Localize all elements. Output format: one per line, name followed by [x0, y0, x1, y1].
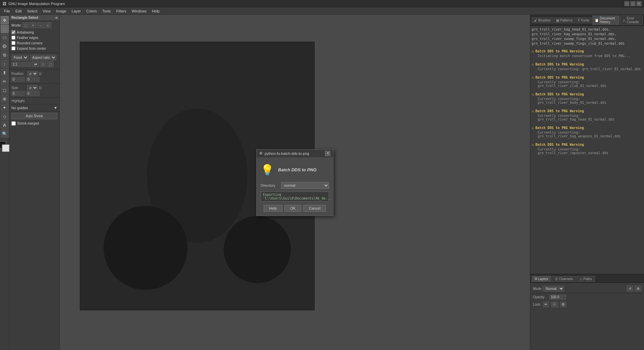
size-w-input[interactable]: [11, 91, 25, 96]
mode-label: Mode: [533, 287, 541, 291]
panel-header: Rectangle Select ◀: [9, 15, 59, 21]
dialog-titlebar[interactable]: ⚙ python-fu-batch-dds-to-png ✕: [257, 149, 333, 158]
expand-from-center-row: Expand from center: [11, 46, 57, 51]
patterns-icon: ▦: [556, 18, 559, 22]
menu-colors[interactable]: Colors: [84, 8, 100, 14]
log-warning-5-header: ⚠ Batch DDS to PNG Warning: [532, 108, 643, 113]
dialog-close-button[interactable]: ✕: [325, 151, 330, 156]
pencil-tool-button[interactable]: ✏: [1, 77, 9, 85]
lock-position-button[interactable]: ➕: [551, 302, 558, 307]
mode-subtract-button[interactable]: -: [37, 22, 44, 28]
layers-refresh-button[interactable]: ↺: [627, 286, 633, 292]
size-h-input[interactable]: [26, 91, 40, 96]
ratio-icon1-button[interactable]: □: [40, 61, 46, 67]
eraser-tool-button[interactable]: ◻: [1, 86, 9, 94]
aspect-ratio-select[interactable]: Aspect ratio Width Height: [30, 55, 56, 60]
tab-document-history[interactable]: 📋 Document History: [592, 15, 620, 25]
menu-edit[interactable]: Edit: [13, 8, 24, 14]
paint-bucket-button[interactable]: ⬆: [1, 69, 9, 77]
rounded-corners-checkbox[interactable]: [11, 41, 15, 45]
position-chain-button[interactable]: ⛓: [39, 72, 42, 76]
lasso-tool-button[interactable]: ⬭: [1, 34, 9, 42]
dialog-ok-button[interactable]: OK: [284, 205, 301, 212]
zoom-tool-button[interactable]: 🔍: [1, 130, 9, 138]
lock-alpha-button[interactable]: ⚙: [560, 302, 566, 307]
title-bar-controls[interactable]: ─ □ ✕: [625, 1, 641, 6]
tab-brushes[interactable]: 🖌 Brushes: [532, 17, 553, 23]
tab-patterns[interactable]: ▦ Patterns: [554, 17, 575, 23]
move-tool-button[interactable]: ✥: [1, 16, 9, 24]
size-unit-select[interactable]: px %: [27, 85, 38, 90]
menu-image[interactable]: Image: [53, 8, 69, 14]
log-warning-4-text: Currently converting: grn_troll_river_bo…: [532, 97, 643, 104]
size-row: Size: px % ⛓: [11, 85, 57, 90]
tab-paths[interactable]: ◇ Paths: [577, 276, 595, 282]
rect-select-button[interactable]: ⬚: [1, 25, 9, 33]
tab-layers[interactable]: ⧉ Layers: [532, 276, 551, 282]
menu-filters[interactable]: Filters: [114, 8, 129, 14]
auto-shrink-button[interactable]: Auto Shrink: [11, 113, 57, 119]
fuzzy-select-button[interactable]: ⭗: [1, 42, 9, 50]
panel-collapse-button[interactable]: ◀: [55, 16, 57, 19]
ratio-swap-button[interactable]: ⇄: [32, 61, 39, 67]
menu-file[interactable]: File: [1, 8, 13, 14]
tab-error-console[interactable]: ⚠ Error Console: [620, 15, 643, 25]
log-warning-7-header: ⚠ Batch DDS to PNG Warning: [532, 142, 643, 147]
background-color[interactable]: [2, 144, 9, 152]
lock-pixels-button[interactable]: ✏: [543, 302, 549, 307]
dialog-title-text: python-fu-batch-dds-to-png: [265, 151, 309, 156]
clone-tool-button[interactable]: ⊕: [1, 95, 9, 103]
fixed-select[interactable]: Fixed Free: [11, 55, 29, 60]
maximize-button[interactable]: □: [631, 1, 635, 6]
position-x-input[interactable]: [11, 77, 25, 82]
dialog-cancel-button[interactable]: Cancel: [303, 205, 326, 212]
dialog-directory-select[interactable]: normal: [281, 182, 329, 189]
ratio-input[interactable]: [11, 62, 32, 67]
menu-bar: File Edit Select View Image Layer Colors…: [0, 7, 644, 15]
dialog-icon-row: 💡 Batch DDS to PNG: [261, 162, 329, 178]
mode-replace-button[interactable]: ⬚: [22, 22, 29, 28]
log-warning-6-text: Currently converting: grn_troll_river_ha…: [532, 131, 643, 138]
canvas-area[interactable]: ⚙ python-fu-batch-dds-to-png ✕ 💡 Batch D…: [60, 15, 530, 350]
mode-add-button[interactable]: +: [30, 22, 37, 28]
size-chain-button[interactable]: ⛓: [39, 86, 42, 90]
menu-layer[interactable]: Layer: [69, 8, 84, 14]
ratio-icon2-button[interactable]: ⬚: [47, 61, 54, 67]
layers-settings-button[interactable]: ⚙: [635, 286, 641, 292]
log-warning-7-text: Currently converting: grn_troll_river_im…: [532, 147, 643, 155]
close-button[interactable]: ✕: [637, 1, 641, 6]
guides-dropdown-arrow[interactable]: ▼: [54, 106, 57, 110]
shrink-merged-checkbox[interactable]: [11, 121, 16, 126]
mode-section: Mode: ⬚ + - ∩ Antialiasing Feather edges…: [9, 21, 59, 53]
right-log[interactable]: grn_troll_river_hag_head_01_normal.dds, …: [530, 26, 644, 274]
menu-help[interactable]: Help: [149, 8, 162, 14]
dialog-directory-label: Directory: [261, 183, 279, 187]
position-y-input[interactable]: [26, 77, 40, 82]
layers-mode-row: Mode Normal Multiply Screen: [533, 286, 564, 292]
mode-intersect-button[interactable]: ∩: [45, 22, 51, 28]
opacity-input[interactable]: [549, 295, 566, 300]
expand-from-center-checkbox[interactable]: [11, 46, 15, 50]
dialog: ⚙ python-fu-batch-dds-to-png ✕ 💡 Batch D…: [256, 149, 333, 216]
flip-tool-button[interactable]: ↕: [1, 60, 9, 68]
menu-windows[interactable]: Windows: [129, 8, 149, 14]
layers-mode-select[interactable]: Normal Multiply Screen: [543, 286, 564, 292]
tab-channels[interactable]: ☰ Channels: [552, 276, 576, 282]
heal-tool-button[interactable]: ✦: [1, 103, 9, 112]
log-warning-6: ⚠ Batch DDS to PNG Warning Currently con…: [532, 125, 643, 139]
position-unit-select[interactable]: px %: [27, 71, 38, 76]
antialiasing-checkbox[interactable]: [11, 30, 15, 34]
feather-edges-checkbox[interactable]: [11, 36, 15, 40]
menu-select[interactable]: Select: [24, 8, 40, 14]
tab-fonts[interactable]: F Fonts: [576, 17, 592, 23]
crop-tool-button[interactable]: ⧉: [1, 51, 9, 59]
opacity-label: Opacity: [533, 295, 548, 299]
text-tool-button[interactable]: A: [1, 121, 9, 129]
path-tool-button[interactable]: ◇: [1, 112, 9, 120]
menu-view[interactable]: View: [40, 8, 53, 14]
minimize-button[interactable]: ─: [625, 1, 629, 6]
right-panel-tabs: 🖌 Brushes ▦ Patterns F Fonts 📋 Document …: [530, 15, 644, 26]
menu-tools[interactable]: Tools: [100, 8, 114, 14]
dialog-help-button[interactable]: Help: [264, 205, 283, 212]
feather-edges-label: Feather edges: [17, 36, 39, 40]
